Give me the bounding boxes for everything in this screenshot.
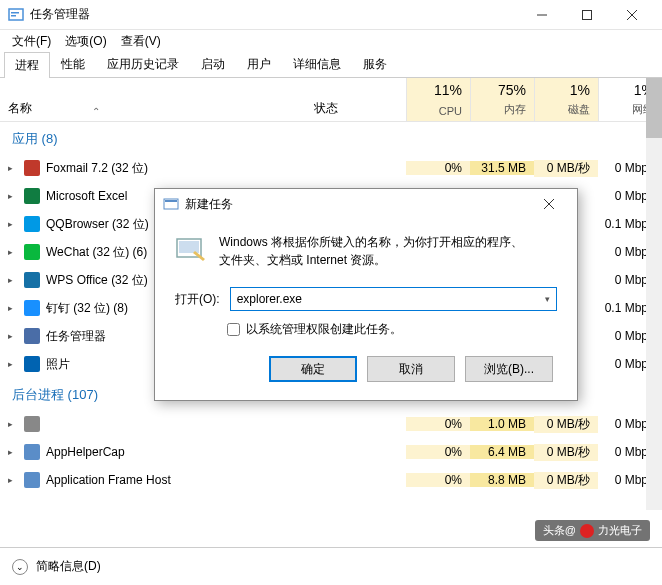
process-icon	[24, 356, 40, 372]
cell-memory: 6.4 MB	[470, 445, 534, 459]
expand-icon[interactable]: ▸	[8, 475, 18, 485]
expand-icon[interactable]: ▸	[8, 331, 18, 341]
process-name: Microsoft Excel	[46, 189, 127, 203]
svg-rect-1	[11, 12, 19, 14]
chevron-down-icon[interactable]: ▾	[545, 294, 550, 304]
col-status[interactable]: 状态	[306, 78, 406, 121]
col-cpu[interactable]: 11%CPU	[406, 78, 470, 121]
app-icon	[8, 7, 24, 23]
process-icon	[24, 272, 40, 288]
process-icon	[24, 160, 40, 176]
expand-icon[interactable]: ▸	[8, 359, 18, 369]
cell-disk: 0 MB/秒	[534, 472, 598, 489]
process-icon	[24, 416, 40, 432]
process-name: Application Frame Host	[46, 473, 171, 487]
process-name: 钉钉 (32 位) (8)	[46, 300, 128, 317]
cell-cpu: 0%	[406, 161, 470, 175]
vertical-scrollbar[interactable]	[646, 78, 662, 510]
menu-options[interactable]: 选项(O)	[59, 31, 112, 52]
table-row[interactable]: ▸0%1.0 MB0 MB/秒0 Mbps	[0, 410, 662, 438]
cell-disk: 0 MB/秒	[534, 444, 598, 461]
dialog-close-button[interactable]	[529, 189, 569, 219]
cell-cpu: 0%	[406, 473, 470, 487]
expand-icon[interactable]: ▸	[8, 275, 18, 285]
menu-view[interactable]: 查看(V)	[115, 31, 167, 52]
cell-disk: 0 MB/秒	[534, 160, 598, 177]
maximize-button[interactable]	[564, 0, 609, 30]
cancel-button[interactable]: 取消	[367, 356, 455, 382]
svg-rect-8	[165, 200, 177, 202]
window-title: 任务管理器	[30, 6, 519, 23]
cell-cpu: 0%	[406, 417, 470, 431]
ok-button[interactable]: 确定	[269, 356, 357, 382]
process-name: WeChat (32 位) (6)	[46, 244, 147, 261]
open-combobox[interactable]: explorer.exe ▾	[230, 287, 557, 311]
process-icon	[24, 188, 40, 204]
tab-processes[interactable]: 进程	[4, 52, 50, 78]
tab-apphistory[interactable]: 应用历史记录	[96, 51, 190, 77]
process-icon	[24, 472, 40, 488]
expand-icon[interactable]: ▸	[8, 303, 18, 313]
minimize-button[interactable]	[519, 0, 564, 30]
process-icon	[24, 444, 40, 460]
run-dialog: 新建任务 Windows 将根据你所键入的名称，为你打开相应的程序、 文件夹、文…	[154, 188, 578, 401]
scrollbar-thumb[interactable]	[646, 78, 662, 138]
process-name: Foxmail 7.2 (32 位)	[46, 160, 148, 177]
footer: ⌄ 简略信息(D)	[0, 547, 662, 585]
svg-rect-2	[11, 15, 16, 17]
column-headers: 名称⌃ 状态 11%CPU 75%内存 1%磁盘 1%网络	[0, 78, 662, 122]
col-name[interactable]: 名称⌃	[0, 78, 306, 121]
open-input-value[interactable]: explorer.exe	[237, 292, 302, 306]
tab-services[interactable]: 服务	[352, 51, 398, 77]
svg-rect-12	[179, 241, 199, 253]
process-name: AppHelperCap	[46, 445, 125, 459]
expand-icon[interactable]: ▸	[8, 191, 18, 201]
admin-checkbox[interactable]	[227, 323, 240, 336]
process-icon	[24, 328, 40, 344]
table-row[interactable]: ▸Foxmail 7.2 (32 位)0%31.5 MB0 MB/秒0 Mbps	[0, 154, 662, 182]
expand-icon[interactable]: ▸	[8, 447, 18, 457]
expand-icon[interactable]: ▸	[8, 163, 18, 173]
col-disk[interactable]: 1%磁盘	[534, 78, 598, 121]
dialog-icon	[163, 196, 179, 212]
sort-indicator-icon: ⌃	[92, 106, 100, 117]
tab-details[interactable]: 详细信息	[282, 51, 352, 77]
expand-icon[interactable]: ▸	[8, 219, 18, 229]
table-row[interactable]: ▸Application Frame Host0%8.8 MB0 MB/秒0 M…	[0, 466, 662, 494]
watermark-logo-icon	[580, 524, 594, 538]
menu-file[interactable]: 文件(F)	[6, 31, 57, 52]
close-button[interactable]	[609, 0, 654, 30]
tab-users[interactable]: 用户	[236, 51, 282, 77]
fewer-details-link[interactable]: 简略信息(D)	[36, 558, 101, 575]
browse-button[interactable]: 浏览(B)...	[465, 356, 553, 382]
chevron-down-icon[interactable]: ⌄	[12, 559, 28, 575]
dialog-title: 新建任务	[185, 196, 529, 213]
cell-cpu: 0%	[406, 445, 470, 459]
cell-memory: 8.8 MB	[470, 473, 534, 487]
menubar: 文件(F) 选项(O) 查看(V)	[0, 30, 662, 52]
dialog-message: Windows 将根据你所键入的名称，为你打开相应的程序、 文件夹、文档或 In…	[219, 233, 523, 269]
tabs: 进程 性能 应用历史记录 启动 用户 详细信息 服务	[0, 52, 662, 78]
process-name: WPS Office (32 位)	[46, 272, 148, 289]
watermark: 头条@力光电子	[535, 520, 650, 541]
cell-memory: 31.5 MB	[470, 161, 534, 175]
expand-icon[interactable]: ▸	[8, 247, 18, 257]
svg-rect-4	[582, 10, 591, 19]
table-row[interactable]: ▸AppHelperCap0%6.4 MB0 MB/秒0 Mbps	[0, 438, 662, 466]
window-titlebar: 任务管理器	[0, 0, 662, 30]
expand-icon[interactable]: ▸	[8, 419, 18, 429]
tab-performance[interactable]: 性能	[50, 51, 96, 77]
process-name: 任务管理器	[46, 328, 106, 345]
process-icon	[24, 244, 40, 260]
process-name: 照片	[46, 356, 70, 373]
group-apps[interactable]: 应用 (8)	[0, 122, 662, 154]
process-icon	[24, 300, 40, 316]
tab-startup[interactable]: 启动	[190, 51, 236, 77]
cell-memory: 1.0 MB	[470, 417, 534, 431]
svg-rect-0	[9, 9, 23, 20]
cell-disk: 0 MB/秒	[534, 416, 598, 433]
col-memory[interactable]: 75%内存	[470, 78, 534, 121]
open-label: 打开(O):	[175, 291, 220, 308]
dialog-titlebar: 新建任务	[155, 189, 577, 219]
admin-label: 以系统管理权限创建此任务。	[246, 321, 402, 338]
